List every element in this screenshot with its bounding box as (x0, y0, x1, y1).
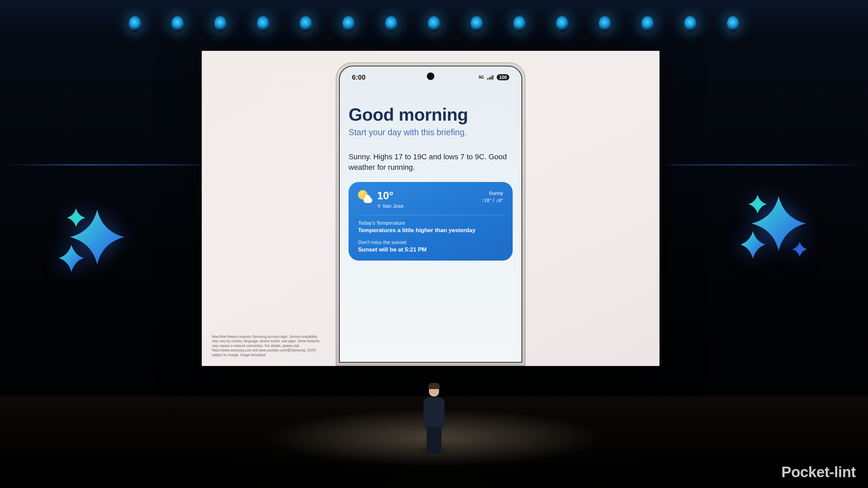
stage-light-icon (513, 16, 526, 32)
status-time: 6:00 (352, 74, 366, 81)
weather-sunset-label: Don't miss the sunset (358, 239, 503, 245)
greeting-block: Good morning Start your day with this br… (349, 104, 513, 137)
weather-sunny-icon (358, 190, 372, 204)
stage-light-icon (599, 16, 611, 32)
stage-background: Now Brief feature requires Samsung accou… (0, 0, 868, 488)
weather-hilo: ↑18° / ↓8° (481, 197, 503, 203)
stage-light-icon (385, 16, 397, 32)
presentation-screen: Now Brief feature requires Samsung accou… (202, 51, 659, 366)
stage-light-icon (428, 16, 440, 32)
battery-indicator: 100 (497, 74, 509, 80)
greeting-title: Good morning (349, 104, 513, 125)
weather-condition: Sunny (481, 190, 503, 196)
stage-light-icon (214, 16, 226, 32)
weather-temperature: 10° (377, 190, 404, 201)
disclaimer-text: Now Brief feature requires Samsung accou… (212, 334, 320, 358)
stage-light-icon (257, 16, 269, 32)
svg-point-0 (379, 205, 380, 206)
weather-today-body: Temperatures a little higher than yester… (358, 227, 503, 234)
phone-mockup: 6:00 5G 100 Good morning Start your day … (336, 62, 526, 366)
stage-light-icon (129, 16, 141, 32)
stage-light-icon (172, 16, 184, 32)
stage-light-icon (642, 16, 654, 32)
ceiling-rig (0, 0, 868, 47)
weather-today-label: Today's Temperature (358, 220, 503, 226)
camera-hole-icon (427, 73, 434, 80)
stage-light-icon (471, 16, 483, 32)
sparkle-decoration-right (736, 188, 814, 266)
stage-light-icon (556, 16, 568, 32)
greeting-subtitle: Start your day with this briefing. (349, 127, 513, 137)
presenter-figure (421, 383, 447, 451)
sparkle-decoration-left (54, 202, 132, 280)
stage-light-icon (342, 16, 355, 32)
briefing-summary: Sunny. Highs 17 to 19C and lows 7 to 9C.… (349, 151, 513, 172)
watermark-logo: Pocket-lint (782, 464, 856, 481)
stage-light-icon (684, 16, 696, 32)
weather-location: San Jose (377, 203, 404, 209)
stage-light-icon (727, 16, 739, 32)
network-indicator: 5G (479, 75, 484, 80)
weather-sunset-body: Sunset will be at 5:21 PM (358, 246, 503, 253)
weather-card: 10° San Jose Sunny ↑18° / ↓8° (349, 182, 513, 261)
signal-icon (487, 75, 493, 80)
stage-light-icon (300, 16, 312, 32)
